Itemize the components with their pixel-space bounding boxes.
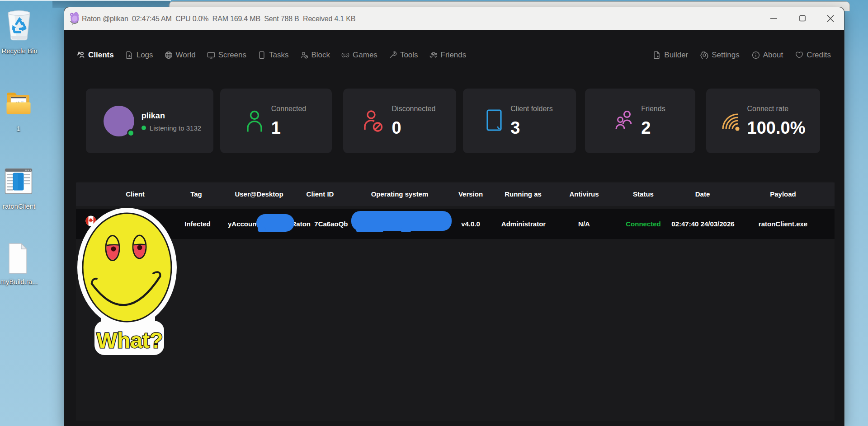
- svg-text:What?: What?: [97, 328, 163, 352]
